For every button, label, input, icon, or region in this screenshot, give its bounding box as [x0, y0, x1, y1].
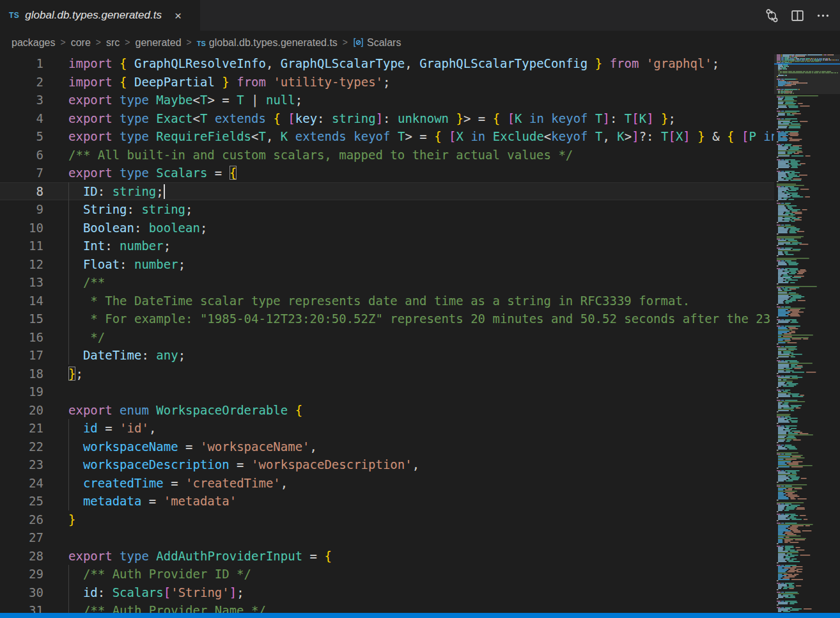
code-text: Float: number; — [58, 255, 774, 274]
more-actions-icon[interactable] — [813, 6, 832, 25]
line-number[interactable]: 26 — [0, 511, 58, 529]
line-number[interactable]: 31 — [0, 601, 58, 613]
code-line[interactable]: 6/** All built-in and custom scalars, ma… — [0, 146, 774, 164]
code-line[interactable]: 2import { DeepPartial } from 'utility-ty… — [0, 73, 774, 91]
line-number[interactable]: 28 — [0, 547, 58, 566]
line-number[interactable]: 6 — [0, 146, 58, 164]
line-number[interactable]: 15 — [0, 310, 58, 328]
breadcrumb-item-scalars[interactable]: Scalars — [353, 37, 401, 49]
code-line[interactable]: 17 DateTime: any; — [0, 346, 774, 365]
line-number[interactable]: 30 — [0, 583, 58, 602]
code-text: Boolean: boolean; — [58, 219, 774, 237]
code-text: createdTime = 'createdTime', — [58, 474, 774, 493]
code-line[interactable]: 14 * The DateTime scalar type represents… — [0, 292, 774, 310]
editor-actions — [762, 0, 840, 31]
line-number[interactable]: 5 — [0, 127, 58, 146]
code-line[interactable]: 21 id = 'id', — [0, 419, 774, 438]
line-number[interactable]: 4 — [0, 109, 58, 128]
split-editor-icon[interactable] — [788, 6, 807, 25]
code-line[interactable]: 8 ID: string; — [0, 182, 774, 201]
code-text: export type Maybe<T> = T | null; — [58, 91, 774, 109]
code-text: export type RequireFields<T, K extends k… — [58, 127, 774, 146]
tab-close-icon[interactable]: × — [173, 9, 183, 22]
code-line[interactable]: 18}; — [0, 365, 774, 383]
line-number[interactable]: 7 — [0, 164, 58, 182]
line-number[interactable]: 29 — [0, 565, 58, 583]
breadcrumb-item-src[interactable]: src — [106, 37, 120, 49]
code-line[interactable]: 16 */ — [0, 328, 774, 347]
code-line[interactable]: 4export type Exact<T extends { [key: str… — [0, 109, 774, 128]
line-number[interactable]: 14 — [0, 292, 58, 310]
line-number[interactable]: 12 — [0, 255, 58, 274]
minimap-canvas[interactable] — [774, 54, 840, 613]
tab-strip-empty — [200, 0, 762, 31]
code-line[interactable]: 1import { GraphQLResolveInfo, GraphQLSca… — [0, 54, 774, 73]
code-line[interactable]: 29 /** Auth Provider ID */ — [0, 565, 774, 583]
code-text: * The DateTime scalar type represents da… — [58, 292, 774, 310]
line-number[interactable]: 24 — [0, 474, 58, 493]
code-line[interactable]: 28export type AddAuthProviderInput = { — [0, 547, 774, 566]
breadcrumb-item-core[interactable]: core — [71, 37, 91, 49]
line-number[interactable]: 22 — [0, 438, 58, 456]
minimap[interactable] — [774, 54, 840, 613]
line-number[interactable]: 8 — [0, 182, 58, 201]
code-line[interactable]: 11 Int: number; — [0, 237, 774, 255]
line-number[interactable]: 2 — [0, 73, 58, 91]
code-line[interactable]: 26} — [0, 511, 774, 529]
breadcrumb-label: src — [106, 37, 120, 48]
breadcrumb: packages>core>src>generated>TSglobal.db.… — [0, 31, 840, 54]
code-line[interactable]: 3export type Maybe<T> = T | null; — [0, 91, 774, 109]
line-number[interactable]: 17 — [0, 346, 58, 365]
line-number[interactable]: 20 — [0, 401, 58, 420]
line-number[interactable]: 23 — [0, 456, 58, 474]
code-line[interactable]: 7export type Scalars = { — [0, 164, 774, 182]
line-number[interactable]: 1 — [0, 54, 58, 73]
code-line[interactable]: 5export type RequireFields<T, K extends … — [0, 127, 774, 146]
code-line[interactable]: 9 String: string; — [0, 200, 774, 219]
code-line[interactable]: 27 — [0, 528, 774, 547]
code-text: id = 'id', — [58, 419, 774, 438]
typescript-file-icon: TS — [9, 11, 19, 20]
breadcrumb-label: generated — [136, 37, 182, 48]
line-number[interactable]: 9 — [0, 200, 58, 219]
line-number[interactable]: 21 — [0, 419, 58, 438]
line-number[interactable]: 25 — [0, 492, 58, 511]
code-line[interactable]: 30 id: Scalars['String']; — [0, 583, 774, 602]
code-line[interactable]: 10 Boolean: boolean; — [0, 219, 774, 237]
tab-global-db-types-generated[interactable]: TS global.db.types.generated.ts × — [0, 0, 200, 31]
text-cursor — [164, 184, 165, 199]
code-line[interactable]: 12 Float: number; — [0, 255, 774, 274]
code-line[interactable]: 24 createdTime = 'createdTime', — [0, 474, 774, 493]
breadcrumb-item-generated[interactable]: generated — [136, 37, 182, 49]
code-line[interactable]: 15 * For example: "1985-04-12T23:20:50.5… — [0, 310, 774, 328]
breadcrumb-chevron-icon: > — [343, 37, 348, 47]
code-lines-area[interactable]: 1import { GraphQLResolveInfo, GraphQLSca… — [0, 54, 774, 613]
code-editor[interactable]: 1import { GraphQLResolveInfo, GraphQLSca… — [0, 54, 840, 613]
line-number[interactable]: 13 — [0, 273, 58, 292]
code-line[interactable]: 19 — [0, 383, 774, 401]
line-number[interactable]: 16 — [0, 328, 58, 347]
code-line[interactable]: 23 workspaceDescription = 'workspaceDesc… — [0, 456, 774, 474]
breadcrumb-chevron-icon: > — [96, 37, 101, 47]
code-line[interactable]: 13 /** — [0, 273, 774, 292]
code-line[interactable]: 20export enum WorkspaceOrderable { — [0, 401, 774, 420]
indent-guide — [68, 182, 69, 365]
code-text: /** — [58, 273, 774, 292]
line-number[interactable]: 10 — [0, 219, 58, 237]
line-number[interactable]: 3 — [0, 91, 58, 109]
breadcrumb-item-global-db-types-generated-ts[interactable]: TSglobal.db.types.generated.ts — [197, 37, 338, 49]
breadcrumb-chevron-icon: > — [187, 37, 192, 47]
open-changes-icon[interactable] — [762, 6, 781, 25]
code-line[interactable]: 22 workspaceName = 'workspaceName', — [0, 438, 774, 456]
line-number[interactable]: 18 — [0, 365, 58, 383]
line-number[interactable]: 27 — [0, 528, 58, 547]
breadcrumb-label: Scalars — [367, 37, 401, 48]
breadcrumb-label: global.db.types.generated.ts — [209, 37, 338, 48]
line-number[interactable]: 11 — [0, 237, 58, 255]
code-text: Int: number; — [58, 237, 774, 255]
code-text: id: Scalars['String']; — [58, 583, 774, 602]
breadcrumb-item-packages[interactable]: packages — [12, 37, 56, 49]
line-number[interactable]: 19 — [0, 383, 58, 401]
code-line[interactable]: 31 /** Auth Provider Name */ — [0, 601, 774, 613]
code-line[interactable]: 25 metadata = 'metadata' — [0, 492, 774, 511]
